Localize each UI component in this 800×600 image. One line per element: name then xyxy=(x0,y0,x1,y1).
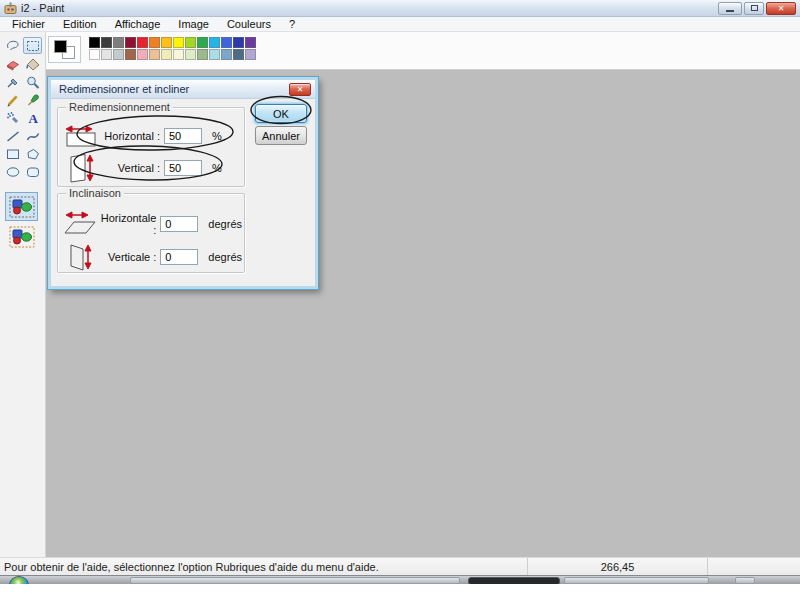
select-icon xyxy=(25,39,41,53)
color-swatch[interactable] xyxy=(197,49,208,60)
dialog-title: Redimensionner et incliner xyxy=(59,83,189,95)
color-swatch[interactable] xyxy=(101,37,112,48)
title-bar: i2 - Paint ✕ xyxy=(0,0,800,17)
resize-skew-dialog: Redimensionner et incliner ✕ Redimension… xyxy=(48,77,318,289)
tool-pencil-button[interactable] xyxy=(3,91,22,108)
color-swatch[interactable] xyxy=(245,37,256,48)
tool-free-form-select-button[interactable] xyxy=(3,37,22,54)
close-button[interactable]: ✕ xyxy=(766,2,796,15)
restore-icon xyxy=(751,5,758,11)
tool-panel: A xyxy=(0,32,46,557)
taskbar-button[interactable] xyxy=(564,577,709,584)
color-swatch[interactable] xyxy=(209,37,220,48)
dialog-close-button[interactable]: ✕ xyxy=(289,83,311,96)
start-orb[interactable] xyxy=(9,576,29,584)
vertical-skew-unit: degrés xyxy=(208,251,242,263)
tool-curve-button[interactable] xyxy=(23,127,42,144)
menu-couleurs[interactable]: Couleurs xyxy=(218,18,280,30)
horizontal-resize-input[interactable] xyxy=(164,128,202,144)
resize-vertical-icon xyxy=(66,152,96,184)
vertical-resize-input[interactable] xyxy=(164,160,202,176)
horizontal-skew-label: Horizontale : xyxy=(99,212,157,236)
pencil-icon xyxy=(5,93,21,107)
taskbar-tray[interactable] xyxy=(735,577,755,584)
vertical-resize-label: Vertical : xyxy=(100,162,160,174)
eraser-icon xyxy=(5,57,21,71)
tool-airbrush-button[interactable] xyxy=(3,109,22,126)
close-icon: ✕ xyxy=(778,4,785,13)
tool-rectangle-button[interactable] xyxy=(3,145,22,162)
color-swatch[interactable] xyxy=(125,37,136,48)
cursor-coordinates: 266,45 xyxy=(601,561,635,573)
color-swatch[interactable] xyxy=(185,37,196,48)
color-swatch[interactable] xyxy=(185,49,196,60)
color-swatch[interactable] xyxy=(173,37,184,48)
selection-opaque-option[interactable] xyxy=(5,192,38,221)
menu-affichage[interactable]: Affichage xyxy=(106,18,170,30)
resize-group: Redimensionnement Horizontal : % xyxy=(57,107,245,187)
rectangle-icon xyxy=(5,147,21,161)
color-swatch[interactable] xyxy=(137,37,148,48)
skew-group-label: Inclinaison xyxy=(66,187,124,199)
tool-brush-button[interactable] xyxy=(23,91,42,108)
palette-row-2 xyxy=(89,49,256,60)
window-controls: ✕ xyxy=(718,2,800,15)
color-swatch[interactable] xyxy=(149,49,160,60)
color-swatch[interactable] xyxy=(125,49,136,60)
text-tool-icon: A xyxy=(25,111,41,125)
menu-image[interactable]: Image xyxy=(169,18,218,30)
vertical-resize-unit: % xyxy=(212,162,222,174)
horizontal-skew-unit: degrés xyxy=(208,218,242,230)
color-swatch[interactable] xyxy=(89,37,100,48)
foreground-color-swatch[interactable] xyxy=(54,40,67,53)
color-swatch[interactable] xyxy=(221,49,232,60)
active-taskbar-button[interactable] xyxy=(468,577,560,584)
tool-eraser-button[interactable] xyxy=(3,55,22,72)
ok-button[interactable]: OK xyxy=(255,104,307,123)
tool-fill-button[interactable] xyxy=(23,55,42,72)
color-swatch[interactable] xyxy=(89,49,100,60)
color-swatch[interactable] xyxy=(245,49,256,60)
tool-polygon-button[interactable] xyxy=(23,145,42,162)
color-swatch[interactable] xyxy=(209,49,220,60)
tool-text-button[interactable]: A xyxy=(23,109,42,126)
color-swatch[interactable] xyxy=(221,37,232,48)
tool-grid: A xyxy=(0,32,45,180)
color-swatch[interactable] xyxy=(113,37,124,48)
ellipse-icon xyxy=(5,165,21,179)
tool-select-button[interactable] xyxy=(23,37,42,54)
color-swatch[interactable] xyxy=(173,49,184,60)
dialog-title-bar[interactable]: Redimensionner et incliner ✕ xyxy=(51,80,315,99)
cancel-button[interactable]: Annuler xyxy=(255,126,307,145)
vertical-skew-input[interactable] xyxy=(160,249,198,265)
status-coordinates-panel: 266,45 xyxy=(528,558,708,575)
free-form-select-icon xyxy=(5,39,21,53)
color-swatch[interactable] xyxy=(161,37,172,48)
selection-transparent-option[interactable] xyxy=(5,222,38,251)
taskbar-button-group[interactable] xyxy=(130,577,460,584)
color-swatch[interactable] xyxy=(149,37,160,48)
color-swatch[interactable] xyxy=(113,49,124,60)
color-swatch[interactable] xyxy=(161,49,172,60)
menu-edition[interactable]: Edition xyxy=(54,18,106,30)
menu-fichier[interactable]: Fichier xyxy=(3,18,54,30)
tool-ellipse-button[interactable] xyxy=(3,163,22,180)
horizontal-skew-input[interactable] xyxy=(160,216,198,232)
color-swatch[interactable] xyxy=(137,49,148,60)
current-colors xyxy=(48,36,81,63)
color-swatch[interactable] xyxy=(233,37,244,48)
color-palette xyxy=(89,36,256,60)
restore-button[interactable] xyxy=(744,2,764,15)
line-icon xyxy=(5,129,21,143)
tool-rounded-rectangle-button[interactable] xyxy=(23,163,42,180)
color-swatch[interactable] xyxy=(197,37,208,48)
color-swatch[interactable] xyxy=(101,49,112,60)
tool-line-button[interactable] xyxy=(3,127,22,144)
tool-color-picker-button[interactable] xyxy=(3,73,22,90)
opaque-selection-icon xyxy=(9,196,35,218)
menu-aide[interactable]: ? xyxy=(280,18,304,30)
minimize-button[interactable] xyxy=(718,2,742,15)
tool-magnifier-button[interactable] xyxy=(23,73,42,90)
color-swatch[interactable] xyxy=(233,49,244,60)
resize-vertical-row: Vertical : % xyxy=(62,152,242,184)
